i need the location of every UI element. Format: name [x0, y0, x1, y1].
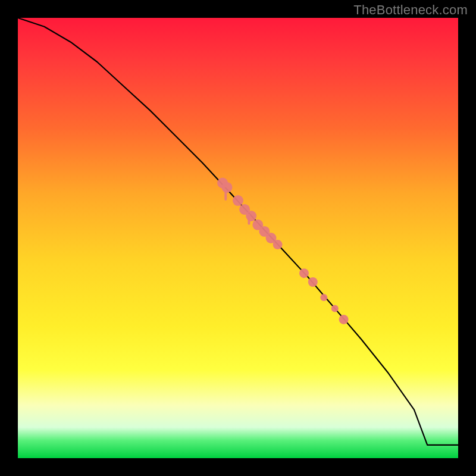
data-marker	[233, 195, 243, 206]
data-marker	[246, 211, 256, 221]
outer-frame: TheBottleneck.com	[0, 0, 476, 476]
bottleneck-curve	[18, 18, 458, 445]
chart-overlay	[18, 18, 458, 458]
data-marker	[339, 315, 349, 324]
watermark: TheBottleneck.com	[353, 2, 468, 18]
data-marker	[273, 240, 283, 249]
data-marker	[299, 268, 309, 278]
data-marker	[308, 277, 318, 287]
data-marker	[331, 305, 339, 312]
data-marker	[222, 182, 233, 193]
data-marker	[320, 294, 327, 301]
